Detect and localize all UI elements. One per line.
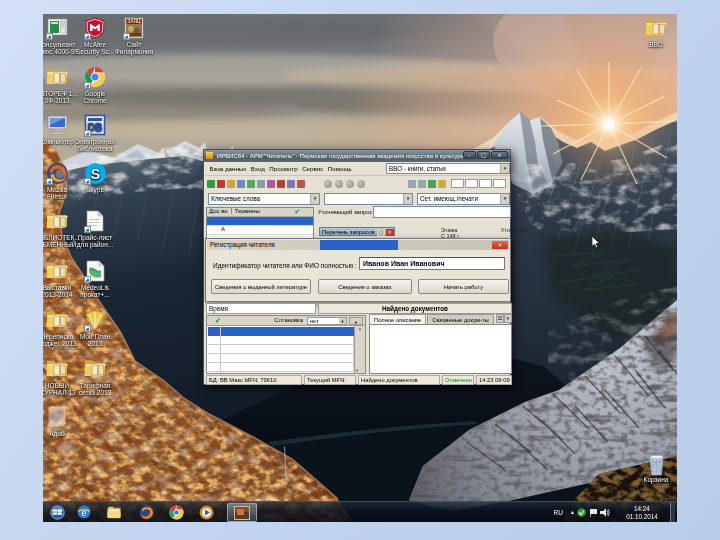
svg-text:ЗАЯЦ: ЗАЯЦ: [128, 19, 141, 24]
svg-text:e: e: [82, 506, 87, 518]
svg-text:S: S: [90, 166, 99, 182]
